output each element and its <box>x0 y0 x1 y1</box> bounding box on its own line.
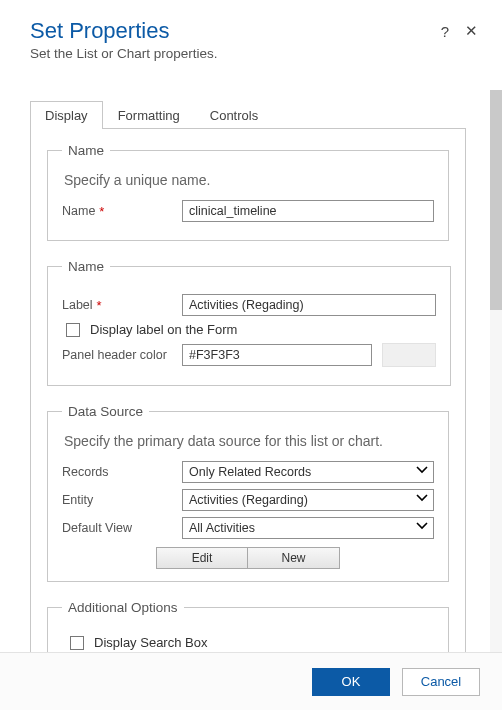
records-label: Records <box>62 465 182 479</box>
group-additional-options: Additional Options Display Search Box Di… <box>47 600 449 652</box>
dialog-subtitle: Set the List or Chart properties. <box>30 46 472 61</box>
tab-display[interactable]: Display <box>30 101 103 129</box>
group-name-legend: Name <box>62 143 110 158</box>
edit-view-button[interactable]: Edit <box>156 547 248 569</box>
dialog-footer: OK Cancel <box>0 652 502 710</box>
default-view-select[interactable] <box>182 517 434 539</box>
close-icon[interactable]: ✕ <box>465 22 478 40</box>
label-label: Label * <box>62 298 182 313</box>
display-label-text: Display label on the Form <box>90 322 237 337</box>
display-search-checkbox[interactable] <box>70 636 84 650</box>
name-input[interactable] <box>182 200 434 222</box>
group-add-legend: Additional Options <box>62 600 184 615</box>
cancel-button[interactable]: Cancel <box>402 668 480 696</box>
tab-formatting[interactable]: Formatting <box>103 101 195 129</box>
label-input[interactable] <box>182 294 436 316</box>
scrollbar-track[interactable] <box>490 90 502 652</box>
scrollbar-thumb[interactable] <box>490 90 502 310</box>
tab-controls[interactable]: Controls <box>195 101 273 129</box>
set-properties-dialog: Set Properties Set the List or Chart pro… <box>0 0 502 710</box>
required-marker: * <box>99 204 104 219</box>
new-view-button[interactable]: New <box>248 547 340 569</box>
default-view-label: Default View <box>62 521 182 535</box>
help-icon[interactable]: ? <box>441 23 449 40</box>
records-select[interactable] <box>182 461 434 483</box>
group-ds-legend: Data Source <box>62 404 149 419</box>
entity-label: Entity <box>62 493 182 507</box>
entity-select[interactable] <box>182 489 434 511</box>
group-data-source: Data Source Specify the primary data sou… <box>47 404 449 582</box>
display-search-label: Display Search Box <box>94 635 207 650</box>
tab-panel-display: Name Specify a unique name. Name * Name … <box>30 129 466 652</box>
name-label: Name * <box>62 204 182 219</box>
group-label: Name Label * Display label on the Form P… <box>47 259 451 386</box>
group-label-legend: Name <box>62 259 110 274</box>
dialog-header: Set Properties Set the List or Chart pro… <box>0 0 502 67</box>
display-label-checkbox[interactable] <box>66 323 80 337</box>
group-name-hint: Specify a unique name. <box>64 172 434 188</box>
header-color-input[interactable] <box>182 344 372 366</box>
ok-button[interactable]: OK <box>312 668 390 696</box>
tab-strip: Display Formatting Controls <box>30 100 466 129</box>
header-color-label: Panel header color <box>62 348 182 362</box>
group-ds-hint: Specify the primary data source for this… <box>64 433 434 449</box>
dialog-body: Display Formatting Controls Name Specify… <box>0 90 490 652</box>
group-name: Name Specify a unique name. Name * <box>47 143 449 241</box>
required-marker: * <box>97 298 102 313</box>
dialog-title: Set Properties <box>30 18 472 44</box>
header-color-swatch[interactable] <box>382 343 436 367</box>
